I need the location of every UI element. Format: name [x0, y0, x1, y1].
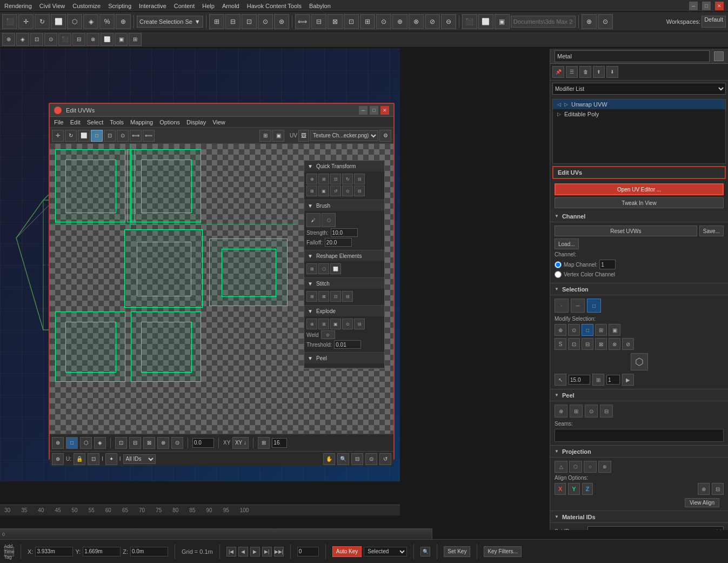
view-align-btn[interactable]: View Align: [685, 498, 719, 507]
stitch-header[interactable]: ▼ Stitch: [304, 278, 384, 289]
peel-icon4[interactable]: ⊟: [600, 405, 613, 418]
search-btn[interactable]: 🔍: [420, 547, 430, 557]
tool20[interactable]: ▣: [495, 14, 510, 29]
uv-status-icon3[interactable]: ✦: [105, 453, 117, 465]
load-btn[interactable]: Load...: [555, 239, 579, 249]
sec-btn6[interactable]: ⊟: [72, 33, 85, 46]
snap-btn[interactable]: ⊞: [209, 14, 224, 29]
layer-btn[interactable]: ⬛: [462, 14, 477, 29]
uv-island-bottom-right[interactable]: [131, 312, 201, 382]
set-key-btn[interactable]: Set Key: [444, 546, 470, 557]
proj-icon3[interactable]: ○: [584, 461, 597, 473]
rotation-input[interactable]: [192, 438, 214, 448]
reshape-icon1[interactable]: ⊞: [306, 263, 317, 274]
menu-civil-view[interactable]: Civil View: [39, 3, 65, 9]
modifier-editable-poly[interactable]: ▷ Editable Poly: [553, 109, 725, 119]
peel-icon2[interactable]: ⊞: [570, 405, 583, 418]
sel-edge-btn[interactable]: ─: [571, 299, 585, 313]
qt-icon2[interactable]: ⊞: [318, 174, 329, 184]
qt-icon6[interactable]: ⊞: [306, 186, 317, 196]
uv-status-icon4[interactable]: ⊟: [351, 453, 363, 465]
uv-bot-icon3[interactable]: ⬡: [80, 437, 92, 449]
qt-icon10[interactable]: ⊟: [354, 186, 365, 196]
uv-island-top-right[interactable]: [131, 149, 201, 222]
sel-extra1[interactable]: S: [555, 338, 566, 350]
projection-header[interactable]: ▼ Projection: [550, 446, 728, 458]
go-start-btn[interactable]: |◀: [226, 547, 236, 557]
uv-scale-btn[interactable]: ⬜: [78, 130, 90, 142]
uv-menu-edit[interactable]: Edit: [70, 119, 81, 125]
uv-texture-dropdown[interactable]: Texture Ch...ecker.png): [310, 130, 378, 141]
uv-snap-btn[interactable]: ⊙: [117, 130, 129, 142]
uv-island-mid-left[interactable]: [124, 229, 203, 308]
reset-uvws-btn[interactable]: Reset UVWs: [555, 226, 697, 236]
mod-list-btn[interactable]: ☰: [566, 66, 578, 78]
sel-extra6[interactable]: ⊘: [622, 338, 634, 350]
uv-bot-icon6[interactable]: ⊟: [129, 437, 141, 449]
reshape-icon2[interactable]: ⬡: [318, 263, 329, 274]
uv-status-icon6[interactable]: ↺: [379, 453, 391, 465]
peel-header[interactable]: ▼ Peel: [550, 389, 728, 401]
uv-texture-icon[interactable]: 🖼: [298, 130, 309, 142]
explode-icon4[interactable]: ⊙: [342, 319, 353, 329]
sel-face-btn[interactable]: □: [587, 299, 601, 313]
explode-icon1[interactable]: ⊕: [306, 319, 317, 329]
mod-sel-icon5[interactable]: ▣: [609, 324, 620, 336]
reshape-icon3[interactable]: ⬜: [330, 263, 341, 274]
uv-close-btn[interactable]: ✕: [380, 106, 389, 115]
snap5[interactable]: ⊛: [274, 14, 289, 29]
uv-bot-icon2[interactable]: □: [66, 437, 78, 449]
tool22[interactable]: ⊙: [598, 14, 613, 29]
tool16[interactable]: ⊘: [425, 14, 440, 29]
create-selection-dropdown[interactable]: Create Selection Se ▼: [137, 16, 203, 28]
qt-icon4[interactable]: ↻: [342, 174, 353, 184]
tool11[interactable]: ⊡: [344, 14, 359, 29]
sec-btn5[interactable]: ⬛: [58, 33, 71, 46]
sec-btn10[interactable]: ⊞: [129, 33, 142, 46]
uv-ids-dropdown[interactable]: All IDs: [123, 454, 156, 464]
tool15[interactable]: ⊗: [409, 14, 424, 29]
proj-extra2[interactable]: ⊟: [712, 483, 724, 495]
menu-customize[interactable]: Customize: [72, 3, 101, 9]
snap4[interactable]: ⊙: [258, 14, 273, 29]
map-channel-input[interactable]: [599, 260, 616, 269]
vertex-color-radio[interactable]: [555, 271, 562, 278]
mod-sel-icon4[interactable]: ⊞: [595, 324, 607, 336]
stitch-icon1[interactable]: ⊞: [306, 291, 317, 302]
sel-extra5[interactable]: ⊗: [609, 338, 620, 350]
time-slider[interactable]: 0: [0, 528, 432, 539]
sel-extra3[interactable]: ⊟: [582, 338, 593, 350]
tool17[interactable]: ⊖: [441, 14, 456, 29]
sec-btn8[interactable]: ⬜: [101, 33, 113, 46]
explode-icon5[interactable]: ⊟: [354, 319, 365, 329]
uv-menu-select[interactable]: Select: [87, 119, 104, 125]
uv-minimize-btn[interactable]: ─: [359, 106, 368, 115]
channel-header[interactable]: ▼ Channel: [550, 210, 728, 222]
mirror-btn[interactable]: ⟺: [295, 14, 310, 29]
uv-mirror-v-btn[interactable]: ⟸: [143, 130, 155, 142]
uv-bot-axis-btn[interactable]: XY ↓: [232, 437, 249, 449]
tool4[interactable]: ◈: [83, 14, 98, 29]
menu-help[interactable]: Help: [202, 3, 215, 9]
threshold-input[interactable]: [334, 340, 361, 349]
sec-btn2[interactable]: ◈: [16, 33, 29, 46]
open-uv-editor-btn[interactable]: Open UV Editor ...: [555, 183, 724, 195]
uv-bot-icon9[interactable]: ⊙: [171, 437, 183, 449]
mod-move-down-btn[interactable]: ⬇: [606, 66, 618, 78]
tool10[interactable]: ⊠: [328, 14, 343, 29]
sec-btn3[interactable]: ⊡: [30, 33, 43, 46]
play-btn[interactable]: ▶: [250, 547, 260, 557]
uv-menu-file[interactable]: File: [54, 119, 64, 125]
rotate-btn[interactable]: ↻: [35, 14, 50, 29]
uv-bot-icon10[interactable]: ⊞: [258, 437, 270, 449]
sel-arrow-icon[interactable]: ↖: [555, 374, 566, 386]
sel-count-input[interactable]: [606, 375, 620, 385]
brush-icon1[interactable]: 🖌: [306, 213, 320, 227]
sec-btn1[interactable]: ⊕: [2, 33, 15, 46]
modifier-unwrap-uvw[interactable]: ◁ ▷ Unwrap UVW: [553, 100, 725, 109]
explode-icon2[interactable]: ⊞: [318, 319, 329, 329]
tool5[interactable]: %: [99, 14, 115, 29]
uv-island-top-left[interactable]: [55, 149, 125, 222]
set-id-dropdown[interactable]: [587, 526, 724, 530]
menu-content[interactable]: Content: [174, 3, 195, 9]
